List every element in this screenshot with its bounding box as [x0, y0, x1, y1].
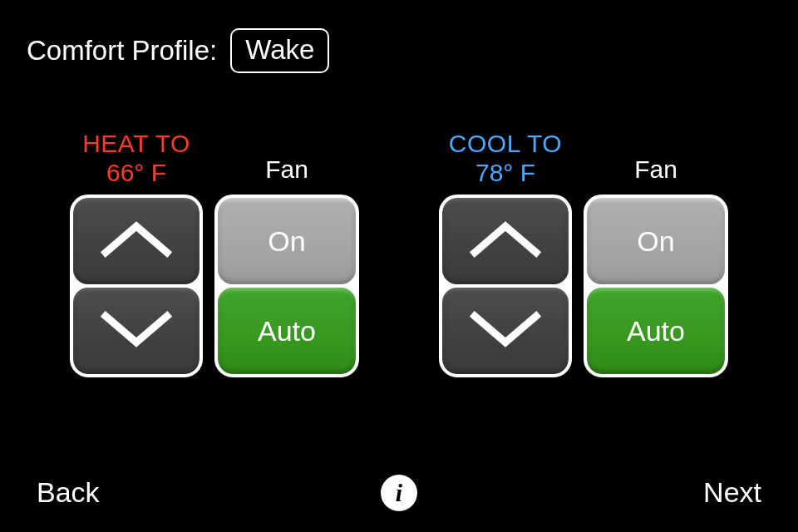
profile-label: Comfort Profile:: [27, 35, 217, 66]
cool-temp-up-button[interactable]: [442, 198, 569, 284]
heat-fan-on-label: On: [268, 225, 305, 258]
heat-titles: HEAT TO 66° F Fan: [70, 130, 359, 186]
heat-fan-on-button[interactable]: On: [218, 198, 356, 284]
cool-fan-auto-button[interactable]: Auto: [587, 288, 725, 374]
back-button[interactable]: Back: [37, 476, 100, 509]
chevron-down-icon: [100, 304, 173, 357]
cool-fan-toggle: On Auto: [584, 195, 728, 377]
chevron-up-icon: [100, 214, 173, 268]
profile-selector[interactable]: Wake: [230, 28, 329, 73]
heat-fan-auto-label: Auto: [258, 315, 316, 347]
heat-fan-auto-button[interactable]: Auto: [218, 288, 356, 374]
cool-controls: On Auto: [439, 195, 728, 377]
next-button[interactable]: Next: [703, 476, 761, 509]
heat-panel: HEAT TO 66° F Fan: [70, 130, 359, 377]
cool-panel: COOL TO 78° F Fan: [439, 130, 728, 377]
heat-controls: On Auto: [70, 195, 359, 377]
footer: Back i Next: [0, 476, 798, 509]
cool-fan-on-label: On: [637, 225, 674, 258]
heat-temp-up-button[interactable]: [73, 198, 200, 284]
cool-setpoint-readout: COOL TO 78° F: [439, 130, 572, 186]
profile-value: Wake: [245, 34, 314, 65]
cool-fan-title: Fan: [584, 155, 728, 186]
cool-fan-auto-label: Auto: [627, 315, 685, 347]
heat-fan-toggle: On Auto: [214, 195, 359, 377]
cool-temp-down-button[interactable]: [442, 288, 569, 374]
heat-fan-title: Fan: [214, 155, 359, 186]
heat-temp-stepper: [70, 195, 203, 377]
info-icon: i: [396, 480, 402, 505]
heat-mode-label: HEAT TO: [70, 130, 203, 157]
chevron-up-icon: [469, 214, 542, 268]
info-button[interactable]: i: [381, 475, 417, 511]
heat-setpoint-readout: HEAT TO 66° F: [70, 130, 203, 186]
header: Comfort Profile: Wake: [27, 28, 329, 73]
chevron-down-icon: [469, 304, 542, 357]
cool-fan-on-button[interactable]: On: [587, 198, 725, 284]
comfort-profile-screen: Comfort Profile: Wake HEAT TO 66° F Fan: [0, 0, 798, 532]
cool-temp-stepper: [439, 195, 572, 377]
cool-titles: COOL TO 78° F Fan: [439, 130, 728, 186]
heat-temp-down-button[interactable]: [73, 288, 200, 374]
cool-mode-label: COOL TO: [439, 130, 572, 157]
heat-temp-value: 66° F: [70, 159, 203, 186]
setpoint-panels: HEAT TO 66° F Fan: [0, 130, 798, 377]
cool-temp-value: 78° F: [439, 159, 572, 186]
